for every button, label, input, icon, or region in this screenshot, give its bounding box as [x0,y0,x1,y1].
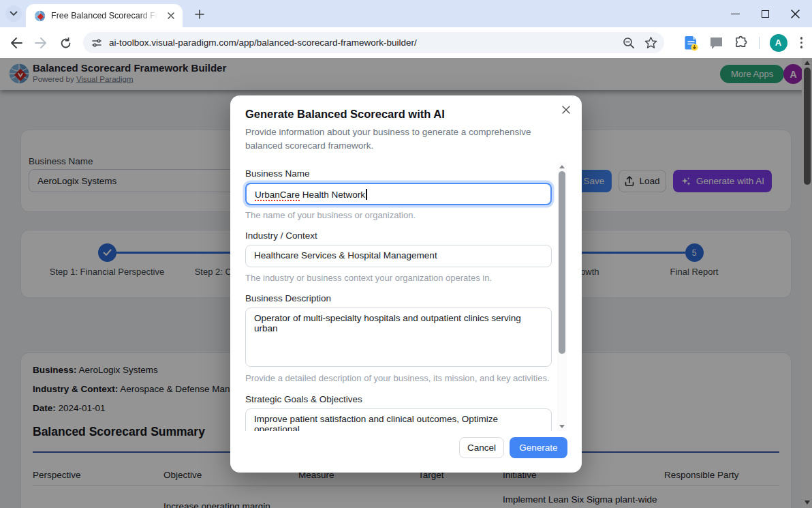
modal-business-name-input[interactable]: UrbanCare Health Network [245,183,552,205]
reload-icon [60,38,72,49]
close-icon [791,10,800,18]
url-text[interactable]: ai-toolbox.visual-paradigm.com/app/balan… [109,38,617,48]
text-caret [366,189,367,200]
address-bar[interactable]: ai-toolbox.visual-paradigm.com/app/balan… [83,32,664,53]
extensions-puzzle-icon[interactable] [734,35,749,50]
minimize-icon [731,14,740,14]
forward-button[interactable] [31,33,50,53]
forward-arrow-icon [35,38,47,48]
new-tab-button[interactable] [191,5,208,23]
chevron-down-icon [10,11,18,16]
window-maximize-button[interactable] [755,5,775,22]
modal-description-textarea[interactable]: Operator of multi-specialty hospitals an… [245,308,552,367]
modal-goals-textarea[interactable]: Improve patient satisfaction and clinica… [245,408,552,431]
tab-search-button[interactable] [5,5,22,22]
page-viewport: Balanced Scorecard Framework Builder Pow… [0,58,812,508]
browser-window: Free Balanced Scorecard Framew ai-toolbo… [0,0,812,508]
browser-menu-kebab-icon[interactable] [798,34,806,51]
modal-close-button[interactable] [559,102,574,117]
generate-ai-modal: Generate Balanced Scorecard with AI Prov… [230,95,582,473]
modal-industry-helper: The industry or business context your or… [245,273,492,283]
site-favicon-icon [34,10,46,22]
toolbar-separator [759,37,760,49]
browser-toolbar: ai-toolbox.visual-paradigm.com/app/balan… [0,27,812,58]
window-minimize-button[interactable] [725,5,745,22]
modal-scrollbar-thumb[interactable] [559,171,565,354]
browser-profile-avatar[interactable]: A [770,34,787,52]
tab-title: Free Balanced Scorecard Framew [51,11,157,20]
modal-scroll-down-icon[interactable] [557,422,567,431]
reading-list-icon[interactable] [684,35,699,51]
modal-business-name-helper: The name of your business or organizatio… [245,210,416,220]
tab-close-icon[interactable] [165,10,177,22]
modal-scrollbar[interactable] [557,162,567,431]
modal-business-name-label: Business Name [245,168,310,179]
modal-subtitle: Provide information about your business … [245,125,568,152]
generate-button[interactable]: Generate [510,437,567,458]
back-arrow-icon [10,38,22,48]
modal-industry-label: Industry / Context [245,230,317,241]
maximize-icon [762,10,769,18]
close-icon [562,106,570,114]
back-button[interactable] [7,33,26,53]
modal-goals-label: Strategic Goals & Objectives [245,394,362,404]
modal-description-helper: Provide a detailed description of your b… [245,373,550,383]
browser-tab[interactable]: Free Balanced Scorecard Framew [26,4,183,27]
modal-scroll-up-icon[interactable] [557,162,567,171]
cancel-button[interactable]: Cancel [459,437,504,458]
zoom-out-icon[interactable] [623,37,635,49]
plus-icon [195,10,204,19]
window-close-button[interactable] [785,5,805,22]
modal-scroll-area: Business Name UrbanCare Health Network T… [230,162,556,431]
bookmark-star-icon[interactable] [644,36,657,49]
feedback-chat-icon[interactable] [709,36,723,50]
modal-title: Generate Balanced Scorecard with AI [245,108,445,121]
reload-button[interactable] [56,33,75,53]
browser-titlebar: Free Balanced Scorecard Framew [0,0,812,27]
modal-description-label: Business Description [245,293,331,303]
modal-industry-input[interactable]: Healthcare Services & Hospital Managemen… [245,245,552,267]
site-settings-icon[interactable] [91,38,102,48]
